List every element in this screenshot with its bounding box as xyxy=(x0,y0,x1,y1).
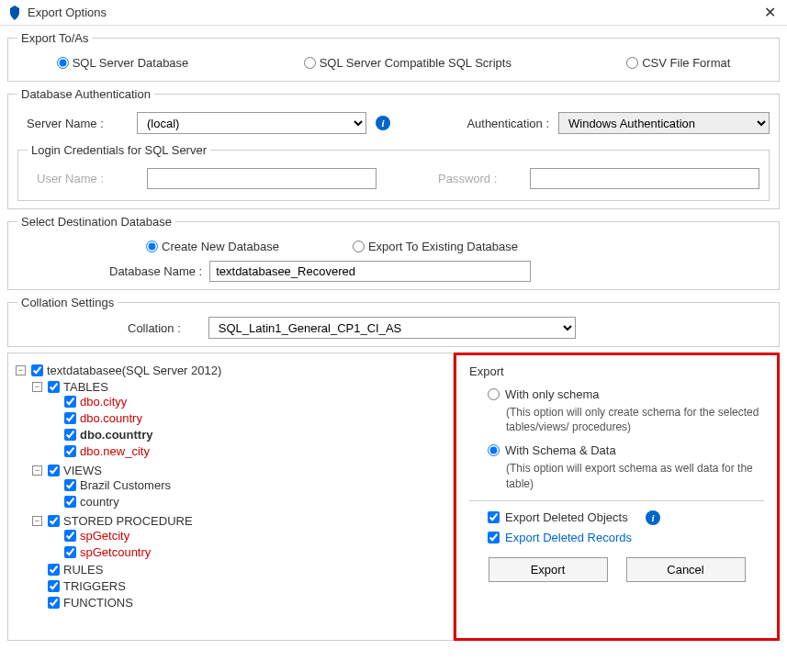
radio-sql-scripts[interactable]: SQL Server Compatible SQL Scripts xyxy=(304,56,512,70)
tree-check-root[interactable] xyxy=(31,364,43,376)
username-input xyxy=(147,168,377,189)
collation-fieldset: Collation Settings Collation : SQL_Latin… xyxy=(7,296,780,347)
auth-select[interactable]: Windows Authentication xyxy=(558,112,770,134)
separator xyxy=(469,500,764,501)
tree-check[interactable] xyxy=(64,396,76,408)
close-button[interactable]: ✕ xyxy=(760,4,780,21)
info-icon[interactable]: i xyxy=(376,116,390,130)
server-name-label: Server Name : xyxy=(17,117,128,130)
export-heading: Export xyxy=(469,364,764,378)
tree-item[interactable]: spGetcountry xyxy=(80,545,151,559)
tree-check[interactable] xyxy=(48,564,60,576)
info-icon[interactable]: i xyxy=(646,510,660,525)
tree-check[interactable] xyxy=(64,530,76,542)
export-to-fieldset: Export To/As SQL Server Database SQL Ser… xyxy=(7,31,780,82)
tree-check[interactable] xyxy=(48,580,60,592)
tree-item[interactable]: dbo.counttry xyxy=(80,428,152,442)
tree-item[interactable]: Brazil Customers xyxy=(80,478,171,492)
db-name-input[interactable] xyxy=(209,261,531,282)
cancel-button[interactable]: Cancel xyxy=(626,557,746,582)
tree-item[interactable]: dbo.cityy xyxy=(80,395,127,409)
radio-schema-only[interactable]: With only schema xyxy=(488,387,764,401)
radio-csv[interactable]: CSV File Format xyxy=(626,56,730,70)
tree-check[interactable] xyxy=(48,597,60,609)
collation-legend: Collation Settings xyxy=(17,296,118,309)
check-deleted-objects[interactable]: Export Deleted Objects i xyxy=(488,510,764,525)
collapse-icon[interactable]: − xyxy=(16,365,26,375)
app-icon xyxy=(7,6,22,20)
login-legend: Login Credentials for SQL Server xyxy=(28,143,210,157)
username-label: User Name : xyxy=(28,172,138,185)
tree-panel[interactable]: −textdatabasee(SQL Server 2012) −TABLES … xyxy=(7,353,454,641)
collation-select[interactable]: SQL_Latin1_General_CP1_CI_AS xyxy=(208,317,576,339)
export-button[interactable]: Export xyxy=(489,557,608,582)
dest-db-legend: Select Destination Database xyxy=(17,215,175,229)
tree-functions[interactable]: FUNCTIONS xyxy=(63,596,133,610)
tree-item[interactable]: dbo.country xyxy=(80,411,142,425)
radio-existing-db[interactable]: Export To Existing Database xyxy=(353,240,518,253)
radio-sql-server-db[interactable]: SQL Server Database xyxy=(57,56,189,70)
tree-tables[interactable]: TABLES xyxy=(63,380,108,394)
export-panel: Export With only schema (This option wil… xyxy=(454,353,780,641)
tree-check[interactable] xyxy=(64,496,76,508)
tree-item[interactable]: dbo.new_city xyxy=(80,444,150,458)
collapse-icon[interactable]: − xyxy=(32,465,42,476)
server-name-select[interactable]: (local) xyxy=(137,112,366,134)
tree-check-views[interactable] xyxy=(48,465,60,476)
db-auth-fieldset: Database Authentication Server Name : (l… xyxy=(7,87,780,209)
tree-sp[interactable]: STORED PROCEDURE xyxy=(63,514,193,528)
check-deleted-records[interactable]: Export Deleted Records xyxy=(488,531,764,544)
radio-create-db[interactable]: Create New Database xyxy=(146,240,279,253)
collapse-icon[interactable]: − xyxy=(32,382,42,392)
tree-check-sp[interactable] xyxy=(48,515,60,527)
login-fieldset: Login Credentials for SQL Server User Na… xyxy=(17,143,770,201)
window-title: Export Options xyxy=(28,6,760,19)
auth-label: Authentication : xyxy=(467,117,549,130)
export-to-legend: Export To/As xyxy=(17,31,92,45)
tree-check[interactable] xyxy=(64,412,76,424)
tree-root[interactable]: textdatabasee(SQL Server 2012) xyxy=(47,364,221,377)
password-label: Password : xyxy=(438,172,521,185)
desc-schema-data: (This option will export schema as well … xyxy=(506,461,764,490)
collation-label: Collation : xyxy=(128,321,181,335)
desc-schema-only: (This option will only create schema for… xyxy=(506,405,764,434)
tree-check[interactable] xyxy=(64,546,76,558)
dest-db-fieldset: Select Destination Database Create New D… xyxy=(7,215,780,290)
tree-rules[interactable]: RULES xyxy=(63,563,103,577)
tree-views[interactable]: VIEWS xyxy=(63,464,102,477)
radio-schema-data[interactable]: With Schema & Data xyxy=(488,443,764,457)
tree-triggers[interactable]: TRIGGERS xyxy=(63,579,126,593)
tree-item[interactable]: country xyxy=(80,495,119,509)
tree-check[interactable] xyxy=(64,429,76,441)
password-input xyxy=(530,168,759,189)
tree-item[interactable]: spGetcity xyxy=(80,529,129,543)
collapse-icon[interactable]: − xyxy=(32,516,42,526)
db-auth-legend: Database Authentication xyxy=(17,87,154,101)
tree-check[interactable] xyxy=(64,479,76,491)
tree-check-tables[interactable] xyxy=(48,381,60,393)
tree-check[interactable] xyxy=(64,445,76,457)
db-name-label: Database Name : xyxy=(109,264,202,278)
